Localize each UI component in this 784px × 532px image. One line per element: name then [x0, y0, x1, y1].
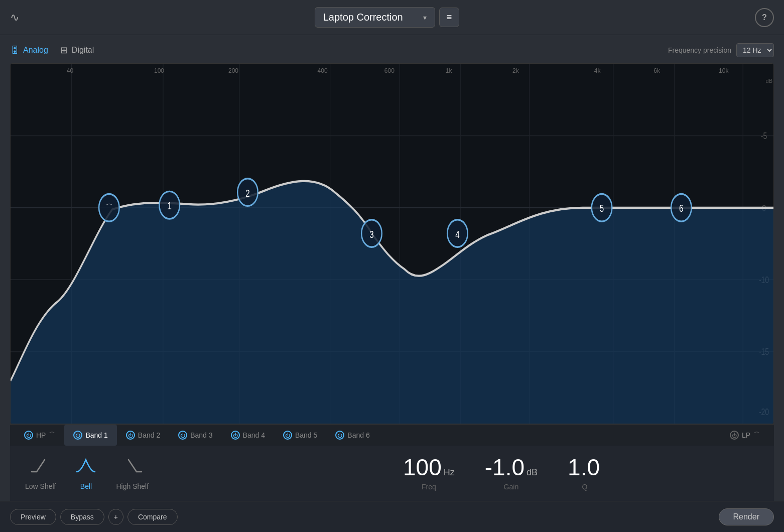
bell-label: Bell — [80, 482, 92, 490]
analog-icon: 🎛 — [10, 45, 19, 56]
power-icon-band3: ⏻ — [178, 431, 187, 440]
chevron-down-icon: ▾ — [423, 14, 427, 22]
freq-precision-group: Frequency precision 12 Hz 24 Hz 48 Hz — [668, 43, 774, 57]
freq-label-400: 400 — [318, 67, 328, 74]
digital-mode-button[interactable]: ⊞ Digital — [60, 45, 94, 56]
freq-label-10k: 10k — [719, 67, 728, 74]
svg-text:4: 4 — [455, 228, 459, 240]
plus-button[interactable]: + — [108, 509, 123, 525]
header: ∿ Laptop Correction ▾ ≡ ? — [0, 0, 784, 35]
freq-value-display: 100 Hz — [403, 456, 455, 479]
help-button[interactable]: ? — [755, 8, 774, 27]
tab-band1[interactable]: ⏻ Band 1 — [64, 425, 116, 446]
digital-icon: ⊞ — [60, 45, 68, 56]
freq-precision-label: Frequency precision — [668, 46, 731, 54]
digital-label: Digital — [72, 46, 94, 55]
bell-icon — [76, 457, 96, 477]
power-icon-band6: ⏻ — [335, 431, 344, 440]
freq-label-100: 100 — [154, 67, 164, 74]
eq-display: 40 100 200 400 600 1k 2k 4k 6k 10k dB — [10, 63, 774, 424]
freq-precision-select[interactable]: 12 Hz 24 Hz 48 Hz — [736, 43, 774, 57]
freq-label: Freq — [422, 483, 436, 491]
freq-label-40: 40 — [67, 67, 73, 74]
tab-band2[interactable]: ⏻ Band 2 — [117, 425, 169, 446]
bell-button[interactable]: Bell — [76, 457, 96, 490]
svg-text:6: 6 — [679, 203, 683, 214]
freq-param-group: 100 Hz Freq — [403, 456, 455, 491]
freq-label-1k: 1k — [446, 67, 452, 74]
freq-number: 100 — [403, 456, 442, 479]
tab-band4-label: Band 4 — [243, 431, 265, 439]
freq-label-600: 600 — [384, 67, 395, 74]
filter-shapes: Low Shelf Bell High Shelf — [25, 457, 246, 490]
header-center: Laptop Correction ▾ ≡ — [315, 7, 460, 28]
svg-text:-5: -5 — [761, 130, 767, 142]
tab-band5[interactable]: ⏻ Band 5 — [274, 425, 326, 446]
tab-lp[interactable]: ⏻ LP ⌒ — [721, 425, 769, 446]
bottom-left-buttons: Preview Bypass + Compare — [10, 509, 178, 525]
freq-label-6k: 6k — [654, 67, 660, 74]
tab-band6-label: Band 6 — [347, 431, 369, 439]
svg-text:⌒: ⌒ — [105, 203, 113, 214]
q-label: Q — [582, 483, 588, 491]
power-icon-band2: ⏻ — [126, 431, 135, 440]
low-shelf-label: Low Shelf — [25, 482, 56, 490]
tab-hp[interactable]: ⏻ HP ⌒ — [15, 425, 64, 446]
tab-band5-label: Band 5 — [295, 431, 317, 439]
power-icon-band4: ⏻ — [231, 431, 240, 440]
low-shelf-icon — [31, 457, 51, 477]
tab-band6[interactable]: ⏻ Band 6 — [326, 425, 378, 446]
preset-dropdown[interactable]: Laptop Correction ▾ — [315, 7, 435, 28]
main-content: 🎛 Analog ⊞ Digital Frequency precision 1… — [0, 35, 784, 501]
render-button[interactable]: Render — [719, 508, 774, 525]
svg-text:2: 2 — [245, 187, 249, 199]
preset-name: Laptop Correction — [323, 12, 403, 23]
eq-curve-svg: 0 -5 -10 -15 -20 ⌒ 1 2 3 4 — [11, 64, 773, 424]
mode-bar: 🎛 Analog ⊞ Digital Frequency precision 1… — [10, 43, 774, 57]
analog-mode-button[interactable]: 🎛 Analog — [10, 45, 48, 56]
freq-label-200: 200 — [228, 67, 238, 74]
tab-band3[interactable]: ⏻ Band 3 — [169, 425, 221, 446]
q-param-group: 1.0 Q — [568, 456, 602, 491]
freq-labels: 40 100 200 400 600 1k 2k 4k 6k 10k — [11, 64, 753, 78]
low-shelf-button[interactable]: Low Shelf — [25, 457, 56, 490]
gain-param-group: -1.0 dB Gain — [485, 456, 538, 491]
mode-left: 🎛 Analog ⊞ Digital — [10, 45, 94, 56]
hp-curve-icon: ⌒ — [49, 431, 55, 440]
svg-text:3: 3 — [369, 228, 373, 240]
preview-button[interactable]: Preview — [10, 509, 56, 525]
freq-label-2k: 2k — [512, 67, 519, 74]
gain-unit: dB — [527, 468, 538, 477]
gain-label: Gain — [504, 483, 519, 491]
svg-text:5: 5 — [600, 203, 604, 214]
menu-button[interactable]: ≡ — [439, 8, 460, 27]
tab-band1-label: Band 1 — [85, 431, 107, 439]
gain-value-display: -1.0 dB — [485, 456, 538, 479]
band-tabs: ⏻ HP ⌒ ⏻ Band 1 ⏻ Band 2 ⏻ Band 3 ⏻ Band… — [10, 424, 774, 446]
analog-label: Analog — [23, 46, 48, 55]
gain-number: -1.0 — [485, 456, 525, 479]
high-shelf-button[interactable]: High Shelf — [116, 457, 149, 490]
freq-unit: Hz — [444, 468, 455, 477]
tab-hp-label: HP — [36, 431, 46, 439]
compare-button[interactable]: Compare — [127, 509, 178, 525]
tab-band4[interactable]: ⏻ Band 4 — [222, 425, 274, 446]
db-unit-label: dB — [766, 78, 772, 84]
power-icon-band5: ⏻ — [283, 431, 292, 440]
tab-band3-label: Band 3 — [190, 431, 212, 439]
power-icon-hp: ⏻ — [24, 431, 33, 440]
power-icon-lp: ⏻ — [730, 431, 739, 440]
q-value-display: 1.0 — [568, 456, 602, 479]
lp-curve-icon: ⌒ — [753, 431, 760, 440]
logo-icon: ∿ — [10, 11, 19, 24]
bottom-bar: Preview Bypass + Compare Render — [0, 501, 784, 532]
high-shelf-icon — [122, 457, 143, 477]
filter-section: Low Shelf Bell High Shelf — [10, 446, 774, 501]
svg-text:1: 1 — [167, 200, 171, 212]
high-shelf-label: High Shelf — [116, 482, 149, 490]
param-section: 100 Hz Freq -1.0 dB Gain 1.0 Q — [246, 456, 759, 491]
freq-label-4k: 4k — [594, 67, 601, 74]
q-number: 1.0 — [568, 456, 600, 479]
bypass-button[interactable]: Bypass — [60, 509, 104, 525]
tab-lp-label: LP — [742, 431, 750, 439]
